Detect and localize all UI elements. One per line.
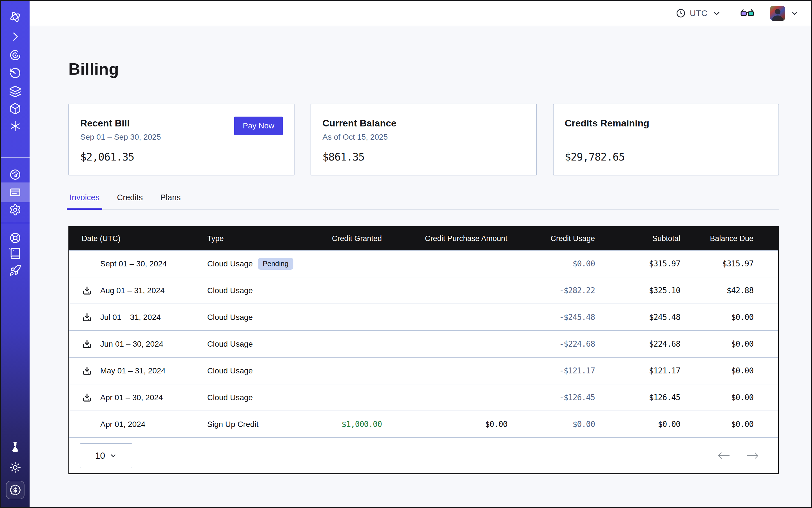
layers-icon[interactable] bbox=[8, 85, 22, 98]
flask-icon[interactable] bbox=[8, 440, 22, 454]
credit-usage: $0.00 bbox=[507, 420, 595, 429]
credit-purchase-amount: $0.00 bbox=[382, 420, 507, 429]
table-row: May 01 – 31, 2024 Cloud Usage -$121.17 $… bbox=[69, 357, 778, 384]
subtotal: $121.17 bbox=[595, 366, 680, 375]
table-row: Apr 01 – 30, 2024 Cloud Usage -$126.45 $… bbox=[69, 384, 778, 411]
docs-book-icon[interactable] bbox=[8, 247, 22, 260]
column-header: Credit Usage bbox=[507, 234, 595, 243]
invoice-date: Jun 01 – 30, 2024 bbox=[100, 340, 163, 349]
card-title: Current Balance bbox=[323, 118, 525, 129]
billing-card-icon[interactable] bbox=[8, 185, 22, 199]
credit-usage: -$282.22 bbox=[507, 286, 595, 295]
subtotal: $315.97 bbox=[595, 259, 680, 268]
status-badge: Pending bbox=[258, 258, 293, 270]
asterisk-icon[interactable] bbox=[8, 119, 22, 133]
table-row: Apr 01, 2024 Sign Up Credit $1,000.00 $0… bbox=[69, 411, 778, 437]
recent-bill-amount: $2,061.35 bbox=[80, 151, 134, 163]
pay-now-button[interactable]: Pay Now bbox=[234, 117, 283, 135]
balance-due: $0.00 bbox=[680, 393, 754, 402]
invoice-date: Apr 01 – 30, 2024 bbox=[100, 393, 163, 402]
gear-icon[interactable] bbox=[8, 203, 22, 217]
column-header: Credit Granted bbox=[314, 234, 382, 243]
rocket-icon[interactable] bbox=[8, 263, 22, 277]
main-content: Billing Recent Bill Sep 01 – Sep 30, 202… bbox=[30, 27, 811, 507]
top-bar: UTC bbox=[30, 1, 811, 26]
sun-icon[interactable] bbox=[8, 461, 22, 474]
card-subtitle: As of Oct 15, 2025 bbox=[323, 133, 525, 142]
chevron-down-icon bbox=[110, 452, 117, 459]
invoice-date: Apr 01, 2024 bbox=[100, 420, 145, 429]
invoice-type: Cloud Usage bbox=[207, 366, 253, 375]
credits-remaining-card: Credits Remaining $29,782.65 bbox=[553, 103, 779, 175]
current-balance-card: Current Balance As of Oct 15, 2025 $861.… bbox=[310, 103, 537, 175]
download-invoice-icon[interactable] bbox=[82, 285, 100, 296]
sidebar-expand-chevron-right-icon[interactable] bbox=[8, 30, 22, 43]
credit-usage: -$245.48 bbox=[507, 312, 595, 322]
table-header-row: Date (UTC) Type Credit Granted Credit Pu… bbox=[69, 227, 778, 250]
subtotal: $224.68 bbox=[595, 339, 680, 349]
page-title: Billing bbox=[69, 59, 779, 78]
chevron-down-icon bbox=[712, 8, 722, 18]
gauge-icon[interactable] bbox=[8, 168, 22, 181]
table-row: Aug 01 – 31, 2024 Cloud Usage -$282.22 $… bbox=[69, 277, 778, 304]
invoice-date: Aug 01 – 31, 2024 bbox=[100, 286, 165, 295]
subtotal: $126.45 bbox=[595, 393, 680, 402]
current-balance-amount: $861.35 bbox=[323, 151, 364, 163]
user-menu[interactable] bbox=[770, 6, 798, 21]
card-title: Credits Remaining bbox=[565, 118, 767, 129]
cube-icon[interactable] bbox=[8, 102, 22, 116]
pagination-arrows bbox=[717, 452, 760, 460]
credit-usage: -$121.17 bbox=[507, 366, 595, 375]
column-header: Balance Due bbox=[680, 234, 754, 243]
clock-icon bbox=[676, 8, 686, 18]
3d-glasses-button[interactable] bbox=[740, 8, 754, 18]
recent-bill-card: Recent Bill Sep 01 – Sep 30, 2025 $2,061… bbox=[69, 103, 295, 175]
sidebar-divider bbox=[1, 158, 30, 158]
credit-usage: -$224.68 bbox=[507, 339, 595, 349]
previous-page-arrow-icon[interactable] bbox=[717, 452, 730, 460]
3d-glasses-icon bbox=[740, 8, 754, 18]
table-row: Jun 01 – 30, 2024 Cloud Usage -$224.68 $… bbox=[69, 330, 778, 357]
column-header: Date (UTC) bbox=[69, 234, 207, 243]
invoice-date: Sept 01 – 30, 2024 bbox=[100, 259, 167, 268]
next-page-arrow-icon[interactable] bbox=[746, 452, 760, 460]
table-row: Sept 01 – 30, 2024 Cloud UsagePending $0… bbox=[69, 250, 778, 277]
tab-invoices[interactable]: Invoices bbox=[69, 193, 100, 209]
orbit-logo[interactable] bbox=[8, 10, 22, 24]
user-avatar bbox=[770, 6, 785, 21]
balance-due: $0.00 bbox=[680, 339, 754, 349]
column-header: Subtotal bbox=[595, 234, 680, 243]
credit-usage: -$126.45 bbox=[507, 393, 595, 402]
credit-usage: $0.00 bbox=[507, 259, 595, 268]
spiral-eye-icon[interactable] bbox=[8, 48, 22, 62]
timezone-selector[interactable]: UTC bbox=[676, 8, 722, 18]
sidebar bbox=[1, 1, 30, 507]
invoices-table: Date (UTC) Type Credit Granted Credit Pu… bbox=[69, 226, 779, 474]
invoice-type: Cloud Usage bbox=[207, 393, 253, 402]
page-size-select[interactable]: 10 bbox=[80, 443, 132, 468]
column-header: Type bbox=[207, 234, 314, 243]
download-invoice-icon[interactable] bbox=[82, 392, 100, 403]
invoice-type: Cloud Usage bbox=[207, 286, 253, 295]
balance-due: $0.00 bbox=[680, 366, 754, 375]
invoice-date: May 01 – 31, 2024 bbox=[100, 366, 166, 375]
download-invoice-icon[interactable] bbox=[82, 312, 100, 323]
credits-remaining-amount: $29,782.65 bbox=[565, 151, 625, 163]
dollar-badge-icon[interactable] bbox=[6, 481, 25, 499]
ship-wheel-icon[interactable] bbox=[8, 231, 22, 245]
tab-plans[interactable]: Plans bbox=[159, 193, 182, 209]
subtotal: $0.00 bbox=[595, 420, 680, 429]
tab-credits[interactable]: Credits bbox=[116, 193, 144, 209]
history-timer-icon[interactable] bbox=[8, 67, 22, 80]
table-footer: 10 bbox=[69, 437, 778, 473]
page-size-value: 10 bbox=[95, 451, 105, 461]
balance-due: $0.00 bbox=[680, 312, 754, 322]
subtotal: $245.48 bbox=[595, 312, 680, 322]
timezone-label: UTC bbox=[690, 8, 708, 18]
download-invoice-icon[interactable] bbox=[82, 366, 100, 376]
download-invoice-icon[interactable] bbox=[82, 339, 100, 349]
column-header: Credit Purchase Amount bbox=[382, 234, 507, 243]
invoice-date: Jul 01 – 31, 2024 bbox=[100, 313, 161, 322]
summary-cards: Recent Bill Sep 01 – Sep 30, 2025 $2,061… bbox=[69, 103, 779, 175]
invoice-type: Cloud Usage bbox=[207, 259, 253, 268]
